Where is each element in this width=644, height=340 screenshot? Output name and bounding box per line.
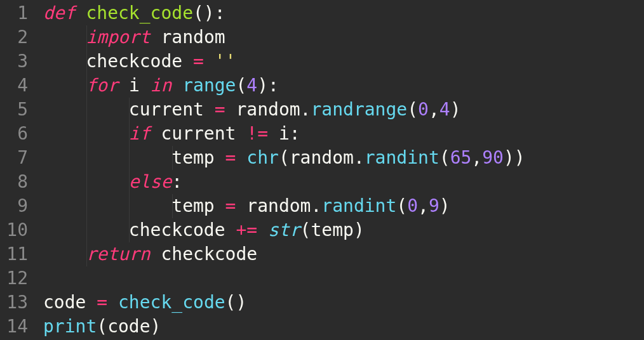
- indent-guide: [86, 170, 87, 194]
- token-num: 0: [418, 99, 429, 120]
- token-pun: ,: [418, 195, 429, 216]
- token-pun: [215, 195, 225, 216]
- token-call: randint: [365, 147, 439, 168]
- code-line[interactable]: def check_code():: [43, 1, 644, 25]
- line-number: 11: [0, 242, 28, 266]
- indent-guide: [129, 194, 130, 218]
- token-pun: ): [450, 99, 461, 120]
- token-pun: [225, 219, 236, 240]
- line-number: 3: [0, 49, 28, 74]
- token-pun: [236, 123, 246, 144]
- token-pun: :: [171, 171, 182, 192]
- code-area[interactable]: def check_code(): import random checkcod…: [36, 0, 644, 340]
- token-pun: [43, 75, 86, 96]
- code-editor[interactable]: 1234567891011121314 def check_code(): im…: [0, 0, 644, 340]
- token-op: =: [225, 195, 236, 216]
- token-id: checkcode: [161, 244, 257, 265]
- token-kw: if: [129, 123, 151, 144]
- code-line[interactable]: for i in range(4):: [43, 74, 644, 98]
- token-pun: [182, 51, 193, 72]
- indent-guide: [129, 122, 130, 146]
- token-op: !=: [246, 123, 268, 144]
- token-id: temp: [171, 195, 214, 216]
- indent-guide: [129, 98, 130, 122]
- token-pun: .: [354, 147, 365, 168]
- token-call: randrange: [311, 99, 407, 120]
- token-pun: (: [300, 219, 311, 240]
- token-kw: def: [43, 3, 76, 23]
- code-line[interactable]: temp = chr(random.randint(65,90)): [43, 146, 644, 170]
- token-kw: return: [86, 244, 150, 265]
- token-pun: (): [225, 292, 247, 313]
- indent-guide: [172, 194, 173, 218]
- code-line[interactable]: [43, 266, 644, 291]
- token-call: check_code: [118, 292, 225, 313]
- token-pun: [151, 123, 161, 144]
- token-pun: [225, 99, 236, 120]
- indent-guide: [172, 146, 173, 170]
- token-kw: import: [86, 27, 150, 48]
- indent-guide: [86, 242, 87, 266]
- token-pun: ,: [471, 147, 482, 168]
- code-line[interactable]: if current != i:: [43, 122, 644, 146]
- line-number: 13: [0, 291, 28, 315]
- indent-guide: [86, 98, 87, 122]
- token-pun: [43, 27, 86, 48]
- code-line[interactable]: code = check_code(): [43, 291, 644, 315]
- token-call: range: [182, 75, 236, 96]
- code-line[interactable]: else:: [43, 170, 644, 194]
- line-number: 9: [0, 194, 28, 218]
- code-line[interactable]: temp = random.randint(0,9): [43, 194, 644, 218]
- token-pun: (: [439, 147, 450, 168]
- token-pun: ):: [257, 75, 279, 96]
- token-id: temp: [171, 147, 214, 168]
- token-id: i: [129, 75, 140, 96]
- token-pun: (: [279, 147, 290, 168]
- token-id: current: [129, 99, 204, 120]
- line-number: 14: [0, 315, 28, 339]
- code-line[interactable]: import random: [43, 25, 644, 49]
- token-op: +=: [236, 219, 257, 240]
- token-id: random: [290, 147, 354, 168]
- token-op: =: [225, 147, 236, 168]
- line-number: 10: [0, 218, 28, 242]
- token-pun: [236, 195, 246, 216]
- token-kw: else: [129, 171, 171, 192]
- token-pun: [43, 147, 171, 168]
- line-number: 8: [0, 170, 28, 194]
- line-number-gutter: 1234567891011121314: [0, 0, 36, 340]
- code-line[interactable]: checkcode += str(temp): [43, 218, 644, 242]
- token-kw: for: [86, 75, 118, 96]
- line-number: 2: [0, 25, 28, 49]
- token-op: =: [215, 99, 225, 120]
- token-id: temp: [311, 219, 353, 240]
- token-num: 0: [407, 195, 418, 216]
- indent-guide: [86, 194, 87, 218]
- token-num: 90: [482, 147, 504, 168]
- indent-guide: [129, 170, 130, 194]
- token-pun: [43, 195, 171, 216]
- token-pun: [118, 75, 129, 96]
- token-id: random: [246, 195, 311, 216]
- token-call: chr: [246, 147, 279, 168]
- indent-guide: [86, 122, 87, 146]
- line-number: 4: [0, 74, 28, 98]
- token-id: checkcode: [129, 219, 225, 240]
- token-pun: [151, 244, 161, 265]
- code-line[interactable]: return checkcode: [43, 242, 644, 266]
- token-pun: (: [396, 195, 407, 216]
- token-pun: [204, 51, 215, 72]
- indent-guide: [86, 74, 87, 98]
- token-fn: check_code: [86, 3, 193, 23]
- code-line[interactable]: print(code): [43, 315, 644, 339]
- token-num: 4: [246, 75, 257, 96]
- code-line[interactable]: checkcode = '': [43, 49, 644, 74]
- token-num: 4: [439, 99, 450, 120]
- indent-guide: [86, 25, 87, 49]
- token-num: 65: [450, 147, 472, 168]
- token-pun: [140, 75, 151, 96]
- line-number: 7: [0, 146, 28, 170]
- token-call: print: [43, 316, 97, 337]
- token-calli: str: [268, 219, 300, 240]
- code-line[interactable]: current = random.randrange(0,4): [43, 98, 644, 122]
